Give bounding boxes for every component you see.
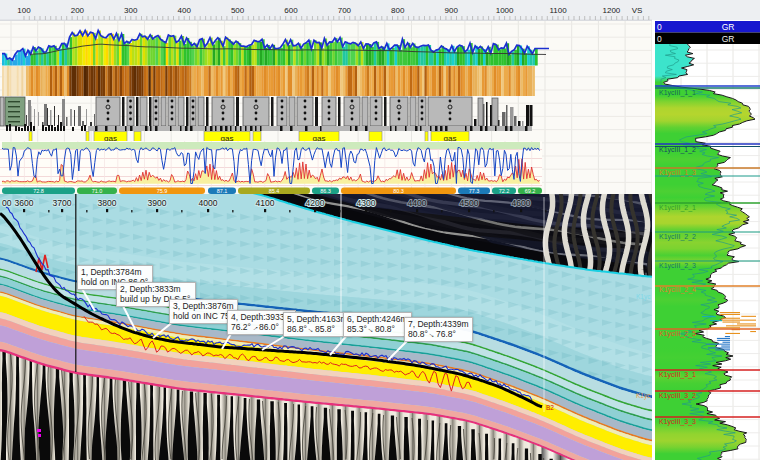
svg-text:3600: 3600	[15, 198, 34, 208]
svg-text:3700: 3700	[53, 198, 72, 208]
svg-text:400: 400	[178, 6, 192, 15]
svg-text:700: 700	[338, 6, 352, 15]
svg-text:0: 0	[657, 34, 662, 44]
svg-text:500: 500	[231, 6, 245, 15]
svg-text:GR: GR	[722, 22, 735, 32]
svg-text:K1ycIII_1_1: K1ycIII_1_1	[659, 89, 696, 97]
svg-text:K1ycIII_1_3: K1ycIII_1_3	[659, 169, 696, 177]
svg-text:B2: B2	[546, 404, 554, 411]
svg-text:72.8: 72.8	[33, 187, 44, 193]
svg-text:3800: 3800	[98, 198, 117, 208]
svg-text:K1ycIII_3_1: K1ycIII_3_1	[659, 371, 696, 379]
svg-text:K1ycIII_2_1: K1ycIII_2_1	[659, 204, 696, 212]
svg-text:K1ycIII_2_3: K1ycIII_2_3	[659, 262, 696, 270]
svg-text:75.9: 75.9	[157, 187, 168, 193]
svg-text:300: 300	[124, 6, 138, 15]
svg-text:77.3: 77.3	[469, 187, 480, 193]
svg-text:80.3: 80.3	[393, 187, 404, 193]
svg-text:72.2: 72.2	[499, 187, 510, 193]
svg-text:K1ycIII_2_2: K1ycIII_2_2	[659, 233, 696, 241]
svg-text:K1yc: K1yc	[636, 293, 651, 301]
svg-text:0: 0	[657, 22, 662, 32]
svg-text:GR: GR	[722, 34, 735, 44]
svg-text:K1ycIII_1_2: K1ycIII_1_2	[659, 146, 696, 154]
svg-text:K1ycIII_2_5: K1ycIII_2_5	[659, 330, 696, 338]
svg-text:00: 00	[2, 198, 12, 208]
svg-text:4100: 4100	[256, 198, 275, 208]
svg-text:85.4: 85.4	[269, 187, 280, 193]
svg-text:4300: 4300	[357, 198, 376, 208]
svg-text:900: 900	[445, 6, 459, 15]
svg-text:87.1: 87.1	[217, 187, 228, 193]
svg-text:4000: 4000	[199, 198, 218, 208]
svg-text:VS: VS	[632, 6, 643, 15]
svg-text:K1ycIII_2_4: K1ycIII_2_4	[659, 286, 696, 294]
svg-text:800: 800	[391, 6, 405, 15]
svg-text:100: 100	[17, 6, 31, 15]
svg-text:86.3: 86.3	[320, 187, 331, 193]
svg-text:4600: 4600	[512, 198, 531, 208]
svg-text:600: 600	[284, 6, 298, 15]
svg-text:K1ycIII_3_2: K1ycIII_3_2	[659, 392, 696, 400]
svg-text:K1yc: K1yc	[636, 392, 651, 400]
svg-text:200: 200	[71, 6, 85, 15]
svg-text:4200: 4200	[306, 198, 325, 208]
svg-text:1100: 1100	[549, 6, 567, 15]
svg-text:1200: 1200	[603, 6, 621, 15]
svg-text:71.0: 71.0	[92, 187, 103, 193]
svg-text:K1ycIII_3_3: K1ycIII_3_3	[659, 418, 696, 426]
svg-text:1000: 1000	[496, 6, 514, 15]
svg-text:3900: 3900	[148, 198, 167, 208]
svg-text:4400: 4400	[408, 198, 427, 208]
svg-text:4500: 4500	[460, 198, 479, 208]
svg-text:69.2: 69.2	[525, 187, 536, 193]
